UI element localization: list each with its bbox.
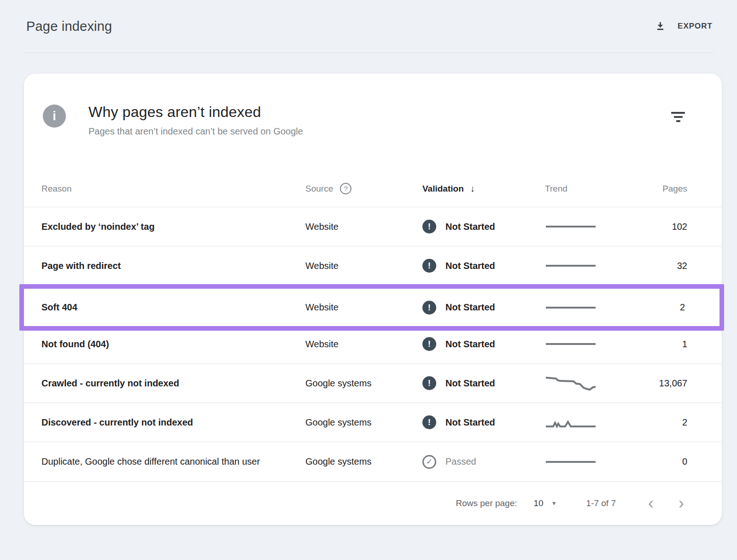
validation-cell: !Not Started [422,220,545,233]
sort-arrow-icon: ↓ [470,183,475,194]
not-started-exclamation-icon: ! [422,415,436,429]
rows-per-page-select[interactable]: 10 ▼ [534,498,557,508]
export-label: EXPORT [678,22,713,31]
not-started-exclamation-icon: ! [422,376,436,390]
rows-per-page-value: 10 [534,498,544,508]
source-cell: Google systems [305,456,422,467]
trend-cell [545,452,650,472]
trend-cell [545,216,650,237]
validation-status: Not Started [445,222,495,232]
pages-cell: 102 [650,222,687,232]
chevron-right-icon[interactable]: › [677,495,686,512]
validation-cell: !Not Started [422,337,545,351]
validation-status: Not Started [445,261,495,271]
trend-sparkline [545,256,597,276]
rows-per-page-label: Rows per page: [456,498,517,508]
trend-cell [545,256,650,276]
reason-cell: Crawled - currently not indexed [41,376,267,391]
table-header-row: Reason Source ? Validation ↓ Trend Pages [24,170,722,207]
table-row[interactable]: Soft 404Website!Not Started2 [19,284,724,331]
column-header-source[interactable]: Source ? [305,183,422,194]
not-started-exclamation-icon: ! [422,337,436,351]
pages-cell: 13,067 [650,378,687,389]
not-started-exclamation-icon: ! [422,301,436,315]
table-body: Excluded by ‘noindex’ tagWebsite!Not Sta… [24,207,722,481]
validation-status: Not Started [445,378,495,389]
trend-cell [545,334,650,354]
reason-cell: Discovered - currently not indexed [41,415,267,430]
reason-cell: Page with redirect [41,258,267,274]
why-pages-not-indexed-panel: i Why pages aren’t indexed Pages that ar… [24,74,722,525]
validation-status: Passed [445,456,476,467]
not-started-exclamation-icon: ! [422,259,436,273]
validation-cell: !Not Started [422,376,545,390]
chevron-left-icon[interactable]: ‹ [646,495,655,512]
panel-header: i Why pages aren’t indexed Pages that ar… [24,74,722,170]
trend-sparkline [545,216,597,237]
pagination-bar: Rows per page: 10 ▼ 1-7 of 7 ‹ › [24,481,722,525]
trend-cell [545,373,650,393]
reason-cell: Not found (404) [41,337,267,352]
source-cell: Website [305,339,422,350]
page-title: Page indexing [23,19,112,34]
info-icon: i [43,105,66,128]
triangle-down-icon: ▼ [551,500,557,507]
column-header-trend[interactable]: Trend [545,184,650,194]
trend-sparkline [545,373,597,393]
download-icon [654,20,667,33]
table-row[interactable]: Excluded by ‘noindex’ tagWebsite!Not Sta… [24,207,722,246]
not-started-exclamation-icon: ! [422,220,436,233]
trend-cell [545,412,650,432]
reason-cell: Duplicate, Google chose different canoni… [41,454,267,469]
trend-cell [545,298,650,318]
validation-status: Not Started [445,417,495,428]
reason-cell: Soft 404 [41,300,267,315]
validation-cell: !Not Started [422,259,545,273]
validation-cell: !Not Started [422,415,545,429]
source-cell: Website [305,261,422,271]
source-cell: Google systems [305,378,422,389]
table-row[interactable]: Page with redirectWebsite!Not Started32 [24,246,722,286]
table-row[interactable]: Discovered - currently not indexedGoogle… [24,403,722,442]
table-row[interactable]: Duplicate, Google chose different canoni… [24,442,722,481]
panel-title: Why pages aren’t indexed [88,104,303,121]
table-row[interactable]: Crawled - currently not indexedGoogle sy… [24,364,722,403]
export-button[interactable]: EXPORT [653,18,714,35]
column-header-reason[interactable]: Reason [41,184,305,194]
pages-cell: 2 [650,417,687,428]
pages-cell: 1 [650,339,687,350]
top-bar: Page indexing EXPORT [23,0,714,53]
trend-sparkline [545,452,597,472]
passed-check-icon: ✓ [422,455,436,469]
question-icon[interactable]: ? [340,183,351,194]
trend-sparkline [545,412,597,432]
pages-cell: 2 [650,302,685,313]
source-cell: Website [305,302,422,313]
trend-sparkline [545,334,597,354]
reason-cell: Excluded by ‘noindex’ tag [41,219,267,234]
source-cell: Google systems [305,417,422,428]
validation-status: Not Started [445,339,495,350]
validation-status: Not Started [445,302,495,313]
validation-cell: !Not Started [422,301,545,315]
page-range: 1-7 of 7 [586,498,616,508]
column-header-pages[interactable]: Pages [650,184,687,194]
validation-cell: ✓Passed [422,455,545,469]
pages-cell: 0 [650,456,687,467]
panel-subtitle: Pages that aren’t indexed can’t be serve… [88,126,303,137]
column-header-validation[interactable]: Validation ↓ [422,183,545,194]
filter-icon[interactable] [671,112,685,124]
pages-cell: 32 [650,261,687,271]
source-cell: Website [305,222,422,232]
trend-sparkline [545,298,597,318]
